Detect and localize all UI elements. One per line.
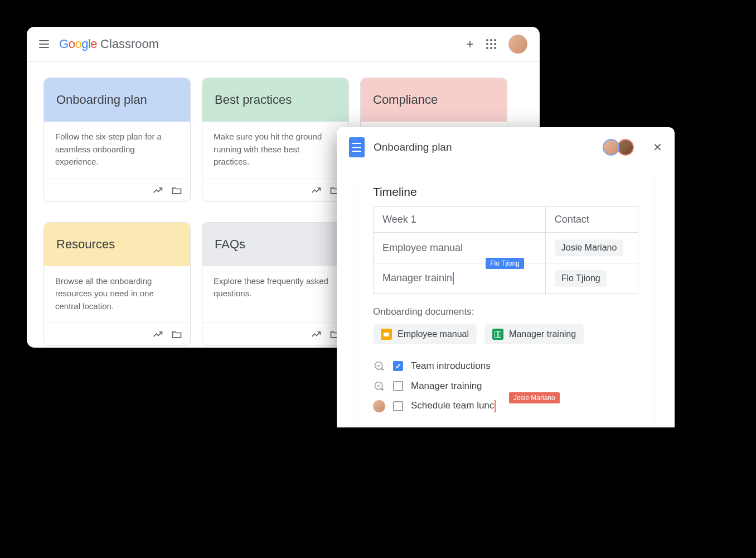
- onboarding-docs-label: Onboarding documents:: [373, 306, 638, 318]
- docs-title: Onboarding plan: [374, 141, 452, 153]
- class-card-onboarding[interactable]: Onboarding plan Follow the six-step plan…: [43, 78, 191, 202]
- checklist: Team introductions Manager training Sche…: [373, 360, 638, 412]
- google-logo: Google: [59, 37, 97, 51]
- table-cell[interactable]: Flo Tjiong: [545, 263, 638, 294]
- card-title: Onboarding plan: [44, 78, 190, 122]
- doc-chip-employee-manual[interactable]: Employee manual: [373, 324, 477, 344]
- docs-body: Timeline Week 1 Contact Employee manual …: [337, 167, 675, 427]
- collab-cursor-tag: Flo Tjiong: [486, 258, 524, 269]
- card-desc: Make sure you hit the ground running wit…: [202, 122, 348, 179]
- card-desc: Follow the six-step plan for a seamless …: [44, 122, 190, 179]
- slides-icon: [381, 329, 392, 340]
- docs-header: Onboarding plan ✕: [337, 127, 675, 167]
- timeline-heading: Timeline: [373, 185, 638, 199]
- close-icon[interactable]: ✕: [653, 141, 662, 154]
- folder-icon[interactable]: [171, 185, 182, 196]
- card-title: Best practices: [202, 78, 348, 122]
- table-cell[interactable]: Manager trainin Flo Tjiong: [374, 263, 546, 294]
- checkbox[interactable]: [393, 381, 403, 391]
- avatar[interactable]: [617, 139, 634, 156]
- card-title: FAQs: [202, 223, 348, 266]
- checklist-label: Team introductions: [411, 360, 491, 372]
- checklist-item: Team introductions: [373, 360, 638, 372]
- table-row: Week 1 Contact: [374, 207, 638, 233]
- assignee-avatar[interactable]: [373, 400, 385, 412]
- docs-icon: [349, 137, 365, 157]
- collab-cursor-tag: Josie Mariano: [509, 392, 560, 403]
- add-task-icon[interactable]: [373, 360, 385, 372]
- table-row: Manager trainin Flo Tjiong Flo Tjiong: [374, 263, 638, 294]
- trending-icon[interactable]: [152, 185, 163, 196]
- user-avatar[interactable]: [508, 35, 527, 54]
- docs-window: Onboarding plan ✕ Timeline Week 1 Contac…: [337, 127, 675, 427]
- folder-icon[interactable]: [171, 329, 182, 340]
- checklist-label: Manager training: [411, 381, 482, 392]
- checklist-label: Schedule team lunc: [411, 400, 496, 412]
- avatar[interactable]: [603, 139, 619, 156]
- timeline-table: Week 1 Contact Employee manual Josie Mar…: [373, 206, 638, 294]
- checklist-item: Schedule team lunc Josie Mariano: [373, 400, 638, 412]
- collab-cursor: [453, 272, 454, 285]
- doc-chip-manager-training[interactable]: Manager training: [484, 324, 584, 344]
- card-desc: Explore these frequently asked questions…: [202, 266, 348, 323]
- table-cell[interactable]: Contact: [545, 207, 638, 233]
- checkbox[interactable]: [393, 401, 403, 411]
- table-cell[interactable]: Week 1: [374, 207, 546, 233]
- card-title: Compliance: [361, 78, 507, 122]
- sheets-icon: [492, 329, 503, 340]
- apps-launcher-icon[interactable]: [486, 39, 496, 49]
- add-task-icon[interactable]: [373, 380, 385, 392]
- docs-page[interactable]: Timeline Week 1 Contact Employee manual …: [357, 177, 655, 427]
- app-logo: Google Classroom: [59, 37, 159, 51]
- collaborator-avatars: [603, 139, 634, 156]
- doc-chips-row: Employee manual Manager training: [373, 324, 638, 344]
- app-name: Classroom: [100, 37, 159, 51]
- table-cell[interactable]: Josie Mariano: [545, 233, 638, 263]
- add-button[interactable]: +: [466, 36, 474, 52]
- checkbox[interactable]: [393, 361, 403, 371]
- card-title: Resources: [44, 223, 190, 266]
- card-desc: Browse all the onboarding resources you …: [44, 266, 190, 323]
- trending-icon[interactable]: [311, 329, 322, 340]
- trending-icon[interactable]: [311, 185, 322, 196]
- contact-chip[interactable]: Flo Tjiong: [555, 270, 607, 287]
- contact-chip[interactable]: Josie Mariano: [555, 239, 624, 256]
- trending-icon[interactable]: [152, 329, 163, 340]
- menu-icon[interactable]: [39, 40, 49, 48]
- class-card-best-practices[interactable]: Best practices Make sure you hit the gro…: [202, 78, 349, 202]
- checklist-item: Manager training: [373, 380, 638, 392]
- class-card-resources[interactable]: Resources Browse all the onboarding reso…: [43, 222, 191, 347]
- classroom-header: Google Classroom +: [27, 27, 540, 62]
- class-card-faqs[interactable]: FAQs Explore these frequently asked ques…: [202, 222, 349, 347]
- collab-cursor: [495, 400, 496, 412]
